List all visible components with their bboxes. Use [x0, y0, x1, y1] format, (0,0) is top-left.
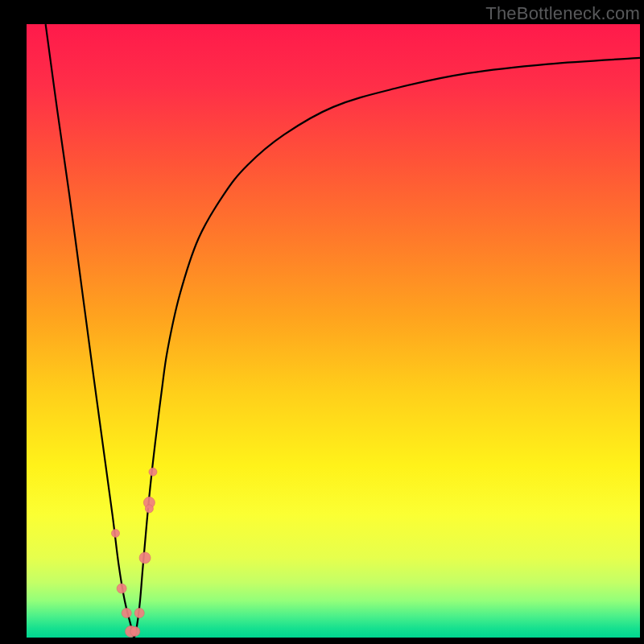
- data-marker: [149, 468, 157, 476]
- bottleneck-curve: [46, 24, 640, 638]
- data-marker: [122, 609, 131, 618]
- plot-area: [27, 24, 640, 638]
- data-marker: [130, 626, 140, 636]
- curve-layer: [27, 24, 640, 638]
- data-marker: [139, 552, 151, 564]
- data-marker: [111, 529, 119, 537]
- data-marker: [145, 505, 153, 513]
- chart-frame: TheBottleneck.com: [0, 0, 644, 644]
- data-marker: [117, 584, 126, 593]
- data-marker: [134, 609, 144, 618]
- watermark-text: TheBottleneck.com: [485, 3, 640, 24]
